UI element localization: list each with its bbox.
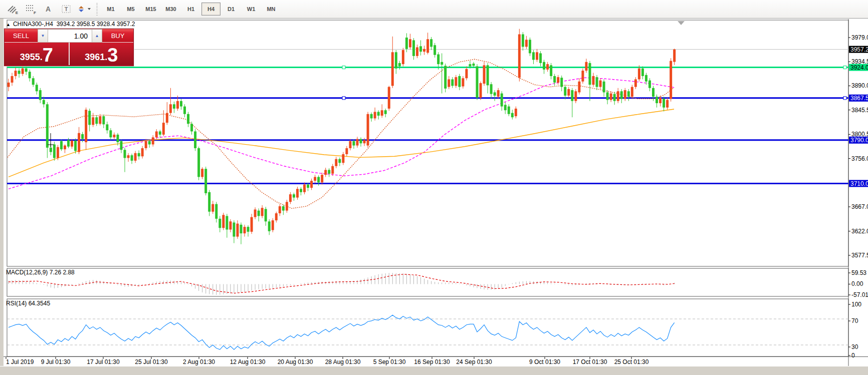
svg-text:3957.2: 3957.2 (850, 46, 868, 53)
time-axis-label: 2 Aug 01:30 (183, 358, 215, 365)
ohlc-readout: 3934.2 3958.5 3928.4 3957.2 (57, 21, 135, 28)
draw-pattern-icon[interactable]: E (5, 2, 20, 16)
timeframe-group: M1M5M15M30H1H4D1W1MN (101, 3, 281, 16)
timeframe-D1[interactable]: D1 (222, 3, 241, 16)
timeframe-M1[interactable]: M1 (101, 3, 120, 16)
collapse-icon[interactable]: ▲ (6, 22, 11, 27)
sell-price[interactable]: 3955. 7 (5, 43, 70, 65)
time-axis-label: 17 Jul 01:30 (87, 358, 120, 365)
timeframe-H1[interactable]: H1 (181, 3, 200, 16)
svg-text:-57.01: -57.01 (851, 291, 868, 298)
time-axis-label: 25 Jul 01:30 (135, 358, 168, 365)
buy-price-int: 3961. (85, 51, 107, 64)
svg-text:3867.5: 3867.5 (850, 95, 868, 102)
text-label-icon[interactable]: A (41, 2, 56, 16)
sell-price-int: 3955. (20, 51, 43, 64)
timeframe-W1[interactable]: W1 (242, 3, 261, 16)
price-axis[interactable]: 3979.03934.53890.03845.53800.53756.03667… (848, 34, 868, 259)
svg-text:70: 70 (851, 317, 858, 324)
time-axis-label: 28 Aug 01:30 (325, 358, 361, 365)
sort-arrows-icon[interactable] (77, 2, 92, 16)
time-axis-label: 9 Oct 01:30 (529, 358, 560, 365)
timeframe-M15[interactable]: M15 (141, 3, 160, 16)
buy-price[interactable]: 3961. 3 (70, 43, 134, 65)
svg-text:3756.0: 3756.0 (851, 155, 868, 162)
grid-pattern-icon[interactable]: F (23, 2, 38, 16)
time-axis-label: 16 Sep 01:30 (414, 358, 450, 365)
time-axis-label: 24 Sep 01:30 (456, 358, 492, 365)
chart-canvas[interactable]: 3979.03934.53890.03845.53800.53756.03667… (4, 19, 868, 366)
volume-input[interactable] (48, 29, 92, 43)
svg-text:3845.5: 3845.5 (851, 107, 868, 114)
time-axis-label: 12 Aug 01:30 (230, 358, 266, 365)
macd-label: MACD(12,26,9) 7.26 2.88 (6, 269, 75, 276)
volume-decrease-button[interactable]: ▼ (38, 29, 48, 43)
svg-text:59.53: 59.53 (851, 269, 866, 276)
drawing-tools-group: EFAT (3, 2, 93, 16)
sell-price-frac: 7 (43, 47, 53, 64)
svg-text:3790.0: 3790.0 (850, 137, 868, 144)
text-box-icon[interactable]: T (59, 2, 74, 16)
timeframe-M5[interactable]: M5 (121, 3, 140, 16)
rsi-label: RSI(14) 64.3545 (6, 300, 50, 307)
time-axis-label: 20 Aug 01:30 (278, 358, 313, 365)
svg-text:3577.5: 3577.5 (851, 252, 868, 259)
svg-text:3622.0: 3622.0 (851, 228, 868, 235)
svg-text:100: 100 (851, 301, 861, 308)
svg-text:3924.0: 3924.0 (850, 64, 868, 71)
chart-title: ▲CHINA300-,H4 3934.2 3958.5 3928.4 3957.… (6, 21, 135, 28)
svg-text:3710.0: 3710.0 (850, 180, 868, 187)
one-click-trading-widget: SELL ▼ ▲ BUY 3955. 7 3961. 3 (4, 29, 134, 66)
sell-button[interactable]: SELL (5, 29, 38, 43)
svg-text:3979.0: 3979.0 (851, 34, 868, 41)
time-axis-label: 9 Jul 01:30 (41, 358, 71, 365)
toolbar: EFAT M1M5M15M30H1H4D1W1MN (0, 0, 868, 19)
panel-frames (4, 19, 868, 366)
time-axis-label: 25 Oct 01:30 (614, 358, 649, 365)
time-axis[interactable]: 1 Jul 20199 Jul 01:3017 Jul 01:3025 Jul … (6, 357, 649, 365)
svg-text:0.00: 0.00 (851, 280, 863, 287)
time-axis-label: 5 Sep 01:30 (373, 358, 406, 365)
timeframe-H4[interactable]: H4 (201, 3, 221, 16)
svg-text:3890.0: 3890.0 (851, 82, 868, 89)
time-axis-label: 1 Jul 2019 (6, 358, 34, 365)
timeframe-MN[interactable]: MN (262, 3, 281, 16)
svg-text:T: T (65, 6, 68, 12)
svg-text:30: 30 (851, 343, 858, 350)
window-bottom-edge (0, 366, 868, 375)
svg-text:3667.0: 3667.0 (851, 203, 868, 210)
time-axis-label: 17 Oct 01:30 (573, 358, 607, 365)
toolbar-grip (96, 3, 98, 16)
chart-window[interactable]: 3979.03934.53890.03845.53800.53756.03667… (0, 19, 868, 366)
volume-increase-button[interactable]: ▲ (92, 29, 102, 43)
symbol-timeframe: CHINA300-,H4 (13, 21, 53, 28)
buy-button[interactable]: BUY (102, 29, 133, 43)
buy-price-frac: 3 (107, 47, 118, 64)
timeframe-M30[interactable]: M30 (161, 3, 180, 16)
svg-text:0: 0 (851, 352, 855, 359)
svg-text:A: A (46, 5, 51, 13)
